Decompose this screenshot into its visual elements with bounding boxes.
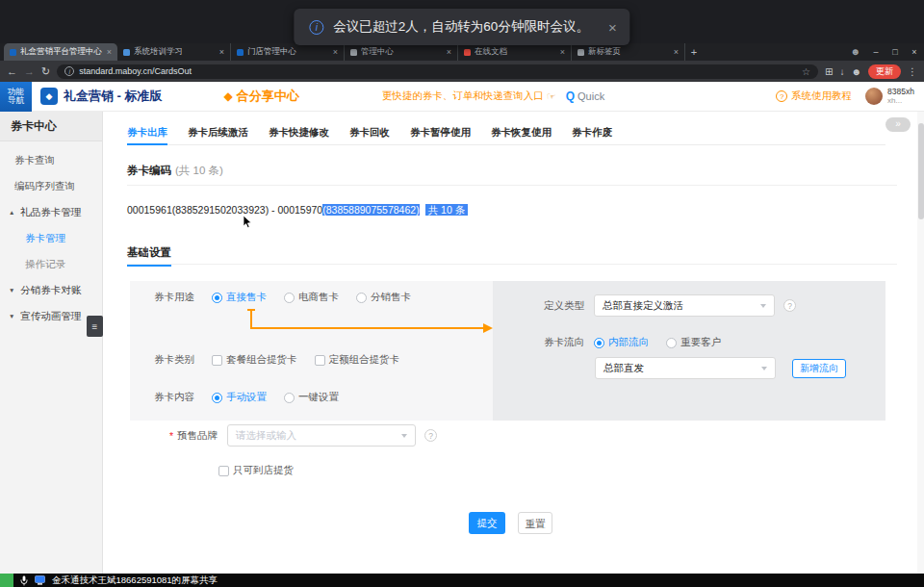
radio-internal-flow[interactable]: 内部流向 xyxy=(594,336,649,349)
checkbox-icon xyxy=(218,466,229,476)
browser-tab-1[interactable]: 礼盒营销平台管理中心 × xyxy=(4,43,117,61)
browser-tab-4[interactable]: 管理中心 × xyxy=(345,43,458,61)
presale-brand-row: * 预售品牌 请选择或输入 ? xyxy=(169,424,437,447)
browser-profile-icon[interactable]: ☻ xyxy=(850,43,860,61)
define-type-select[interactable]: 总部直接定义激活 xyxy=(594,294,775,317)
browser-tab-5[interactable]: 在线文档 × xyxy=(458,43,572,61)
browser-tab-2[interactable]: 系统培训学习 × xyxy=(117,43,231,61)
add-flow-button[interactable]: 新增流向 xyxy=(792,359,846,378)
promo-link[interactable]: 更快捷的券卡、订单和快递查询入口 xyxy=(382,89,544,103)
download-icon[interactable]: ↓ xyxy=(839,66,844,77)
browser-tab-3[interactable]: 门店管理中心 × xyxy=(231,43,345,61)
checkbox-fixed-combo-pickup[interactable]: 定额组合提货卡 xyxy=(315,353,400,367)
tab-close-icon[interactable]: × xyxy=(560,47,565,57)
address-bar[interactable]: i standard.maboy.cn/CardsOut ☆ xyxy=(57,64,818,79)
radio-on-icon xyxy=(212,393,222,403)
flow-direction-select[interactable]: 总部直发 xyxy=(595,357,776,379)
tab-close-icon[interactable]: × xyxy=(107,47,112,57)
sidebar-item-sequence-query[interactable]: 编码序列查询 xyxy=(0,173,102,199)
checkbox-store-pickup-only[interactable]: 只可到店提货 xyxy=(218,464,294,477)
share-center-link[interactable]: ◆ 合分享中心 xyxy=(224,88,299,105)
mouse-cursor-icon xyxy=(244,216,253,229)
sidebar-group-distribution[interactable]: ▼ 分销券卡对账 xyxy=(0,277,102,303)
tab-close-icon[interactable]: × xyxy=(674,47,679,57)
radio-direct-sale[interactable]: 直接售卡 xyxy=(212,291,267,304)
app-title: 礼盒营销 - 标准版 xyxy=(64,88,163,105)
reset-button[interactable]: 重置 xyxy=(518,512,552,534)
tab-card-resume[interactable]: 券卡恢复使用 xyxy=(491,119,552,144)
card-use-row: 券卡用途 直接售卡 电商售卡 分销售卡 xyxy=(154,291,428,304)
codes-count: (共 10 条) xyxy=(175,165,223,176)
profile-avatar-icon[interactable]: ☻ xyxy=(851,66,861,77)
sidebar-item-operation-logs[interactable]: 操作记录 xyxy=(0,251,102,277)
submit-button[interactable]: 提交 xyxy=(469,512,505,534)
user-avatar xyxy=(865,88,883,105)
group-label: 礼品券卡管理 xyxy=(20,206,81,217)
presale-brand-select[interactable]: 请选择或输入 xyxy=(227,424,416,447)
extensions-icon[interactable]: ⊞ xyxy=(825,66,833,77)
quick-search[interactable]: Q Quick xyxy=(566,89,604,103)
bookmark-star-icon[interactable]: ☆ xyxy=(802,66,810,77)
maximize-button[interactable]: □ xyxy=(886,43,905,61)
sidebar-item-card-manage[interactable]: 券卡管理 xyxy=(0,225,102,251)
minimize-button[interactable]: – xyxy=(866,43,886,61)
tab-card-quick-edit[interactable]: 券卡快捷修改 xyxy=(269,119,329,144)
radio-off-icon xyxy=(356,293,367,303)
sidebar-collapse-handle[interactable]: ≡ xyxy=(87,316,103,337)
tab-card-void[interactable]: 券卡作废 xyxy=(572,119,612,144)
window-close-button[interactable]: × xyxy=(905,43,924,61)
brand-logo-icon: ◆ xyxy=(40,88,58,105)
help-icon[interactable]: ? xyxy=(783,299,796,312)
share-status-text: 金禾通技术王斌18662591081的屏幕共享 xyxy=(52,574,218,587)
back-icon[interactable]: ← xyxy=(7,65,17,77)
toast-close-icon[interactable]: × xyxy=(608,19,617,36)
group-label: 宣传动画管理 xyxy=(20,310,81,321)
scrollbar[interactable] xyxy=(917,112,924,574)
scrollbar-thumb[interactable] xyxy=(918,123,924,219)
tab-favicon-icon xyxy=(464,49,471,56)
caret-down-icon: ▼ xyxy=(9,287,14,294)
tab-favicon-icon xyxy=(350,49,357,56)
browser-tab-6[interactable]: 新标签页 × xyxy=(572,43,685,61)
tab-card-pause[interactable]: 券卡暂停使用 xyxy=(410,119,471,144)
forward-icon[interactable]: → xyxy=(24,65,35,77)
tab-card-activate[interactable]: 券卡后续激活 xyxy=(188,119,248,144)
tab-close-icon[interactable]: × xyxy=(447,47,451,57)
radio-one-click-setup[interactable]: 一键设置 xyxy=(284,391,339,404)
browser-update-button[interactable]: 更新 xyxy=(868,64,901,79)
function-nav-button[interactable]: 功能 导航 xyxy=(0,82,32,112)
new-tab-button[interactable]: + xyxy=(685,43,703,61)
radio-ecommerce-sale[interactable]: 电商售卡 xyxy=(284,291,339,304)
code-count-chip: 共 10 条 xyxy=(425,204,469,216)
sidebar-item-card-query[interactable]: 券卡查询 xyxy=(0,147,102,173)
radio-manual-setup[interactable]: 手动设置 xyxy=(212,391,267,404)
codes-title: 券卡编码 xyxy=(127,165,171,176)
panel-collapse-button[interactable]: » xyxy=(886,117,911,132)
tutorial-label: 系统使用教程 xyxy=(791,89,852,103)
tab-close-icon[interactable]: × xyxy=(219,47,224,57)
define-type-row: 定义类型 总部直接定义激活 ? xyxy=(544,294,796,317)
divider xyxy=(127,185,897,186)
tab-card-recycle[interactable]: 券卡回收 xyxy=(349,119,390,144)
opt-label: 手动设置 xyxy=(226,391,267,404)
user-menu[interactable]: 8385xh xh... xyxy=(865,88,914,105)
tab-title: 管理中心 xyxy=(361,46,443,58)
help-icon[interactable]: ? xyxy=(424,429,437,442)
toast-message: 会议已超过2人，自动转为60分钟限时会议。 xyxy=(333,18,589,36)
checkbox-combo-pickup[interactable]: 套餐组合提货卡 xyxy=(212,353,297,367)
radio-distribution-sale[interactable]: 分销售卡 xyxy=(356,291,411,304)
tab-title: 系统培训学习 xyxy=(134,46,216,58)
tab-card-outbound[interactable]: 券卡出库 xyxy=(127,119,167,145)
share-center-icon: ◆ xyxy=(224,89,233,103)
radio-on-icon xyxy=(594,338,604,348)
codes-section-title: 券卡编码(共 10 条) xyxy=(127,164,223,178)
reload-icon[interactable]: ↻ xyxy=(41,65,50,78)
browser-menu-icon[interactable]: ⋮ xyxy=(908,66,917,77)
sidebar-group-gift-cards[interactable]: ▲ 礼品券卡管理 xyxy=(0,199,102,225)
tab-close-icon[interactable]: × xyxy=(333,47,338,57)
site-info-icon[interactable]: i xyxy=(64,66,74,76)
radio-key-customer[interactable]: 重要客户 xyxy=(666,336,721,349)
share-app-icon[interactable] xyxy=(0,574,13,587)
main-content: 券卡出库 券卡后续激活 券卡快捷修改 券卡回收 券卡暂停使用 券卡恢复使用 券卡… xyxy=(103,112,924,574)
tutorial-link[interactable]: ? 系统使用教程 xyxy=(776,89,852,103)
